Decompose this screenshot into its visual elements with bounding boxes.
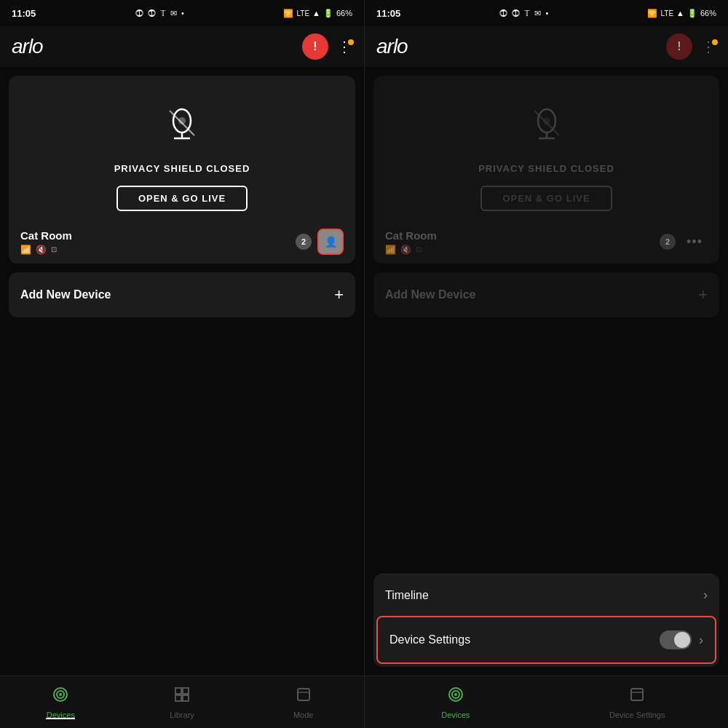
right-phone-panel: 11:05 ⓵ ⓵ 𝕋 ✉ • 🛜 LTE ▲ 🔋 66% arlo ! ⋮ [364,0,728,728]
left-more-device-button[interactable]: 👤 [317,229,344,255]
left-device-footer: Cat Room 📶 🔇 ⊡ 2 👤 [20,229,344,255]
right-notification-dot [712,39,718,45]
left-more-wrapper: ⋮ [337,38,352,55]
left-status-bar: 11:05 ⓵ ⓵ 𝕋 ✉ • 🛜 LTE ▲ 🔋 66% [0,0,364,26]
left-mode-nav-label: Mode [293,711,314,719]
right-add-icon: + [698,285,708,304]
right-timeline-label: Timeline [385,589,429,602]
svg-rect-11 [183,695,189,701]
person-icon: 👤 [325,236,337,248]
left-phone-panel: 11:05 ⓵ ⓵ 𝕋 ✉ • 🛜 LTE ▲ 🔋 66% arlo ! ⋮ [0,0,364,728]
left-device-card: PRIVACY SHIELD CLOSED OPEN & GO LIVE Cat… [9,76,355,264]
left-bottom-nav: Devices Library Mode [0,676,364,728]
battery-icon: ⊡ [51,245,57,253]
wifi-icon: 📶 [20,245,31,255]
svg-rect-12 [298,689,309,700]
right-add-device-row[interactable]: Add New Device + [373,272,719,317]
right-alert-button[interactable]: ! [666,33,692,60]
left-device-info: Cat Room 📶 🔇 ⊡ [20,229,72,255]
left-nav-mode[interactable]: Mode [242,686,364,719]
right-timeline-right: › [703,587,708,603]
right-wifi-icon: 📶 [385,245,396,255]
right-settings-toggle[interactable] [660,630,692,649]
right-camera-icon [529,105,565,151]
svg-rect-22 [631,689,643,700]
right-status-center: ⓵ ⓵ 𝕋 ✉ • [499,9,548,18]
right-device-info: Cat Room 📶 🔇 ⊡ [385,229,437,255]
svg-point-7 [59,693,62,696]
right-camera-placeholder: PRIVACY SHIELD CLOSED OPEN & GO LIVE [385,90,708,223]
right-open-live-button[interactable]: OPEN & GO LIVE [480,186,612,211]
right-devices-label: Devices [441,711,470,719]
right-time: 11:05 [376,8,400,19]
mode-nav-icon [295,686,312,708]
right-device-right: 2 ••• [660,229,708,255]
right-app-header: arlo ! ⋮ [365,26,728,67]
svg-rect-10 [175,695,181,701]
right-add-device-label: Add New Device [385,288,475,301]
left-header-right: ! ⋮ [302,33,352,60]
right-bottom-menu: Timeline › Device Settings › [365,574,728,676]
right-privacy-text: PRIVACY SHIELD CLOSED [478,163,614,174]
left-privacy-text: PRIVACY SHIELD CLOSED [114,163,250,174]
right-battery-icon: ⊡ [416,245,422,253]
right-device-settings-right: › [660,630,703,649]
right-nav-devices[interactable]: Devices [365,686,547,719]
left-library-nav-label: Library [170,711,194,719]
left-status-center: ⓵ ⓵ 𝕋 ✉ • [135,9,184,18]
alert-icon: ! [313,40,317,53]
right-notification-badge: 2 [660,234,676,250]
left-nav-devices[interactable]: Devices [0,686,122,719]
right-device-icons: 📶 🔇 ⊡ [385,245,437,255]
left-nav-library[interactable]: Library [122,686,243,719]
library-nav-icon [173,686,191,708]
left-camera-icon [164,105,200,151]
right-devices-nav-icon [447,686,464,708]
right-device-footer: Cat Room 📶 🔇 ⊡ 2 ••• [385,229,708,255]
left-time: 11:05 [12,8,36,19]
right-dots-icon: ••• [687,234,703,250]
notification-dot [348,39,354,45]
right-volume-icon: 🔇 [400,245,411,255]
left-device-icons: 📶 🔇 ⊡ [20,245,72,255]
right-device-settings-menu-item[interactable]: Device Settings › [376,616,716,664]
right-more-device-button[interactable]: ••• [681,229,708,255]
right-nav-device-settings[interactable]: Device Settings [547,686,729,719]
left-status-icons: 🛜 LTE ▲ 🔋 66% [283,9,352,18]
svg-rect-9 [183,688,189,694]
right-alert-icon: ! [677,40,681,53]
left-device-right: 2 👤 [296,229,344,255]
right-device-card: PRIVACY SHIELD CLOSED OPEN & GO LIVE Cat… [373,76,719,264]
left-open-live-button[interactable]: OPEN & GO LIVE [116,186,248,211]
left-camera-placeholder: PRIVACY SHIELD CLOSED OPEN & GO LIVE [20,90,344,223]
right-settings-chevron: › [699,633,703,648]
right-timeline-menu-item[interactable]: Timeline › [373,574,719,616]
right-device-name: Cat Room [385,229,437,242]
left-add-device-row[interactable]: Add New Device + [9,272,355,317]
left-add-icon: + [334,285,344,304]
right-settings-nav-icon [628,686,646,708]
svg-rect-8 [175,688,181,694]
left-main-content: PRIVACY SHIELD CLOSED OPEN & GO LIVE Cat… [0,67,364,676]
right-more-wrapper: ⋮ [701,38,716,55]
left-alert-button[interactable]: ! [302,33,328,60]
toggle-knob [674,632,690,648]
right-device-settings-nav-label: Device Settings [609,711,665,719]
right-timeline-chevron: › [703,587,708,603]
left-arlo-logo: arlo [12,35,43,58]
left-notification-badge: 2 [296,234,312,250]
nav-active-underline [46,718,75,719]
volume-icon: 🔇 [36,245,47,255]
svg-point-21 [454,693,457,696]
left-app-header: arlo ! ⋮ [0,26,364,67]
left-device-name: Cat Room [20,229,72,242]
left-add-device-label: Add New Device [20,288,111,301]
right-status-bar: 11:05 ⓵ ⓵ 𝕋 ✉ • 🛜 LTE ▲ 🔋 66% [365,0,728,26]
right-status-icons: 🛜 LTE ▲ 🔋 66% [647,9,716,18]
right-arlo-logo: arlo [376,35,408,58]
right-device-settings-label: Device Settings [389,633,470,646]
right-header-right: ! ⋮ [666,33,716,60]
right-bottom-nav: Devices Device Settings [365,676,728,728]
devices-nav-icon [52,686,69,708]
